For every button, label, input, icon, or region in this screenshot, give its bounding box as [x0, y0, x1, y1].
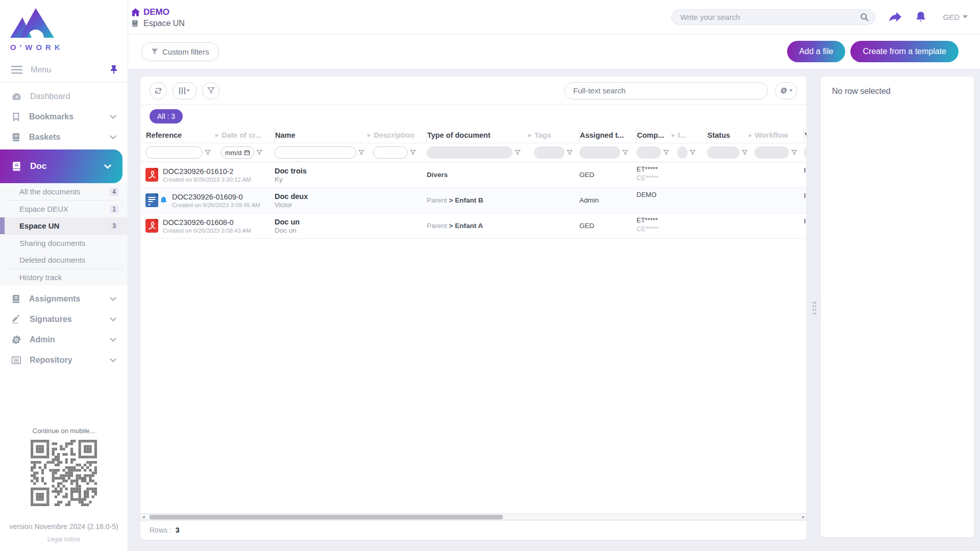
submenu-item-label: All the documents	[19, 187, 110, 196]
app-logo[interactable]: O'WORK	[0, 0, 128, 54]
sort-arrow-icon: ▶	[368, 133, 373, 138]
submenu-history-track[interactable]: History track	[0, 269, 128, 286]
scrollbar-thumb[interactable]	[150, 515, 503, 519]
company-line1: ET*****	[636, 165, 677, 173]
document-reference: DOC230926-01610-2	[163, 167, 251, 176]
column-header-date[interactable]: Date of cr...	[221, 128, 275, 143]
submenu-deleted-documents[interactable]: Deleted documents	[0, 252, 128, 268]
filter-button[interactable]	[202, 82, 219, 99]
share-button[interactable]	[889, 11, 902, 22]
column-header-type[interactable]: Type of document▶	[427, 128, 534, 143]
submenu-sharing-documents[interactable]: Sharing documents	[0, 235, 128, 252]
custom-filters-button[interactable]: Custom filters	[141, 42, 219, 61]
fulltext-search	[565, 82, 768, 99]
funnel-icon[interactable]	[791, 149, 797, 156]
submenu-espace-un[interactable]: Espace UN 3	[0, 217, 128, 234]
y-cell: I	[804, 188, 806, 213]
filter-status	[707, 146, 754, 159]
filter-y-input[interactable]	[804, 146, 806, 159]
filter-description-input[interactable]	[373, 146, 408, 159]
logo-mountain-icon	[9, 5, 56, 42]
column-header-assigned[interactable]: Assigned t...	[579, 128, 636, 143]
empty-cells	[677, 213, 804, 238]
table-settings-button[interactable]	[775, 82, 797, 99]
sidebar-item-label: Bookmarks	[29, 112, 110, 121]
funnel-icon[interactable]	[742, 149, 748, 156]
custom-filters-label: Custom filters	[162, 47, 209, 56]
filter-status-input[interactable]	[707, 146, 740, 159]
column-header-tags[interactable]: Tags	[534, 128, 579, 143]
type-child: Enfant B	[455, 196, 483, 204]
pin-icon[interactable]	[110, 65, 117, 74]
filter-reference-input[interactable]	[145, 146, 203, 159]
tags-cell	[534, 162, 579, 187]
funnel-icon[interactable]	[358, 149, 364, 156]
scroll-left-arrow[interactable]: ◄	[140, 515, 146, 519]
filter-name-input[interactable]	[275, 146, 356, 159]
hamburger-icon[interactable]	[11, 66, 22, 74]
sidebar-item-baskets[interactable]: Baskets	[0, 127, 128, 147]
sidebar-item-bookmarks[interactable]: Bookmarks	[0, 107, 128, 127]
columns-button[interactable]	[173, 82, 197, 99]
topbar-right: GED	[671, 9, 968, 25]
filter-assigned-input[interactable]	[579, 146, 620, 159]
sidebar-item-label: Baskets	[29, 133, 110, 142]
filter-type-input[interactable]	[427, 146, 512, 159]
topbar: DEMO Espace UN	[128, 0, 980, 34]
name-cell: Doc un Doc un	[275, 213, 427, 238]
table-row[interactable]: w DOC230926-01609-0 Created on 9/26/2023…	[140, 188, 806, 213]
submenu-item-label: Espace UN	[19, 221, 110, 230]
funnel-icon[interactable]	[663, 149, 669, 156]
type-cell: Parent > Enfant B	[427, 188, 534, 213]
panel-resize-handle[interactable]	[812, 301, 817, 315]
submenu-all-documents[interactable]: All the documents 4	[0, 183, 128, 200]
funnel-icon[interactable]	[567, 149, 573, 156]
funnel-icon[interactable]	[205, 149, 211, 156]
pdf-file-icon	[145, 219, 158, 233]
global-search-input[interactable]	[680, 13, 860, 21]
search-icon[interactable]	[860, 13, 869, 21]
user-menu[interactable]: GED	[943, 13, 968, 21]
fulltext-search-input[interactable]	[573, 86, 759, 95]
sidebar-item-assignments[interactable]: Assignments	[0, 289, 128, 309]
funnel-icon[interactable]	[410, 149, 416, 156]
funnel-icon[interactable]	[514, 149, 521, 156]
filter-i-input[interactable]	[677, 146, 688, 159]
column-header-y[interactable]: Y...	[804, 128, 806, 143]
scroll-right-arrow[interactable]: ►	[800, 515, 806, 519]
horizontal-scrollbar[interactable]: ◄ ►	[140, 513, 806, 520]
filter-company-input[interactable]	[636, 146, 661, 159]
tab-all[interactable]: All : 3	[150, 109, 183, 123]
detail-panel: No row selected	[821, 77, 974, 537]
column-header-i[interactable]: I...	[677, 128, 707, 143]
column-header-company[interactable]: Comp...▶	[636, 128, 677, 143]
legal-notice-link[interactable]: Legal notice	[0, 536, 128, 543]
column-header-description[interactable]: Description	[373, 128, 427, 143]
filter-date-input[interactable]: mm/d	[221, 146, 254, 159]
column-header-status[interactable]: Status▶	[707, 128, 754, 143]
filter-tags-input[interactable]	[534, 146, 565, 159]
refresh-button[interactable]	[150, 82, 167, 99]
table-row[interactable]: DOC230926-01608-0 Created on 9/26/2023 3…	[140, 213, 806, 239]
table-row[interactable]: DOC230926-01610-2 Created on 9/26/2023 3…	[140, 162, 806, 188]
notifications-button[interactable]	[915, 11, 926, 23]
table-toolbar	[140, 77, 806, 105]
column-header-name[interactable]: Name▶	[275, 128, 373, 143]
funnel-icon[interactable]	[622, 149, 628, 156]
create-template-button[interactable]: Create from a template	[850, 41, 959, 62]
filter-type	[427, 146, 534, 159]
sidebar-item-dashboard[interactable]: Dashboard	[0, 86, 128, 107]
filter-workflow-input[interactable]	[754, 146, 789, 159]
sidebar-item-admin[interactable]: Admin	[0, 330, 128, 350]
sidebar-item-signatures[interactable]: Signatures	[0, 309, 128, 330]
submenu-espace-deux[interactable]: Espace DEUX 1	[0, 201, 128, 217]
funnel-icon[interactable]	[690, 149, 696, 156]
column-header-workflow[interactable]: Workflow	[754, 128, 804, 143]
funnel-icon[interactable]	[256, 149, 262, 156]
sidebar-item-doc[interactable]: Doc	[0, 149, 122, 183]
add-file-button[interactable]: Add a file	[787, 41, 846, 62]
column-header-reference[interactable]: Reference▶	[145, 128, 221, 143]
breadcrumb-workspace[interactable]: DEMO	[131, 7, 185, 17]
sidebar-item-repository[interactable]: Repository	[0, 350, 128, 370]
chevron-down-icon	[110, 338, 116, 342]
